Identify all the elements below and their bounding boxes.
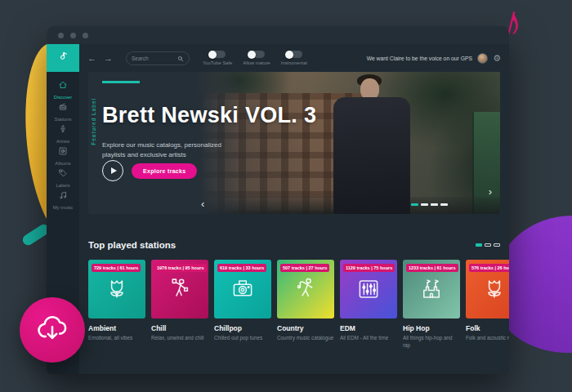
pagination-dash[interactable]	[431, 203, 438, 206]
hero-artist-photo	[196, 72, 500, 214]
cloud-download-icon	[34, 310, 70, 350]
back-button[interactable]: ←	[87, 53, 96, 63]
note-icon	[58, 189, 68, 203]
sidebar-item-label: Albums	[55, 161, 70, 166]
toggle-instrumental[interactable]: Instrumental	[281, 51, 307, 65]
station-card-ambient[interactable]: 729 tracks | 61 hoursAmbientEmotional, a…	[88, 260, 145, 349]
station-card-tile[interactable]: 576 tracks | 26 hours	[466, 260, 509, 318]
station-cards-row: 729 tracks | 61 hoursAmbientEmotional, a…	[88, 260, 509, 349]
toggle-track[interactable]	[209, 51, 226, 58]
station-card-tile[interactable]: 729 tracks | 61 hours	[88, 260, 145, 318]
station-card-title: Chill	[151, 324, 208, 332]
app-logo[interactable]	[47, 44, 79, 72]
pagination-dash[interactable]	[421, 203, 428, 206]
toggle-knob[interactable]	[208, 51, 217, 59]
station-card-chill[interactable]: 1976 tracks | 95 hoursChillRelax, unwind…	[151, 260, 208, 349]
station-card-chillpop[interactable]: 619 tracks | 33 hoursChillpopChilled out…	[214, 260, 271, 349]
station-card-subtitle: Emotional, all vibes	[88, 335, 145, 342]
featured-label-hero: Featured Label Brett Newski VOL. 3 Explo…	[88, 72, 500, 214]
station-card-title: Folk	[466, 324, 509, 332]
window-control-dot[interactable]	[58, 33, 64, 38]
station-card-title: Hip Hop	[403, 324, 460, 332]
toggle-label: YouTube Safe	[203, 60, 232, 65]
dancing-person-icon	[277, 260, 334, 318]
avatar[interactable]	[477, 53, 488, 64]
forward-button[interactable]: →	[104, 53, 113, 63]
carousel-next-button[interactable]: ›	[489, 185, 492, 198]
radio-icon	[58, 100, 68, 115]
toggle-knob[interactable]	[248, 51, 256, 59]
sidebar-item-discover[interactable]: Discover	[47, 78, 79, 100]
hero-eyebrow: Featured Label	[91, 98, 96, 145]
toggle-label: Instrumental	[281, 60, 307, 65]
sidebar-item-label: My music	[53, 205, 73, 210]
app-topbar: ← → Search YouTube SafeAllow matureInstr…	[47, 44, 509, 72]
tag-icon	[58, 167, 68, 181]
hero-accent-line	[102, 81, 140, 83]
sidebar-item-artists[interactable]: Artists	[47, 122, 79, 144]
tulip-icon	[466, 260, 509, 318]
hero-pagination	[411, 203, 448, 206]
camera-icon	[214, 260, 271, 318]
pagination-dash[interactable]	[476, 243, 482, 247]
station-card-edm[interactable]: 1129 tracks | 75 hoursEDMAll EDM - All t…	[340, 260, 397, 349]
station-card-tile[interactable]: 1129 tracks | 75 hours	[340, 260, 397, 318]
station-card-subtitle: Chilled out pop tunes	[214, 335, 271, 342]
app-window: ← → Search YouTube SafeAllow matureInstr…	[47, 26, 509, 374]
castle-icon	[403, 260, 460, 318]
station-card-subtitle: All EDM - All the time	[340, 335, 397, 342]
station-card-tile[interactable]: 619 tracks | 33 hours	[214, 260, 271, 318]
sidebar-item-label: Stations	[55, 117, 72, 122]
tulip-icon	[88, 260, 145, 318]
sidebar-item-label: Labels	[56, 183, 69, 188]
pagination-dash[interactable]	[485, 243, 491, 247]
sidebar-item-labels[interactable]: Labels	[47, 166, 79, 188]
play-icon	[111, 167, 117, 174]
station-card-hip-hop[interactable]: 1233 tracks | 61 hoursHip HopAll things …	[403, 260, 460, 349]
sidebar-item-my-music[interactable]: My music	[47, 188, 79, 210]
toggle-youtube-safe[interactable]: YouTube Safe	[203, 51, 232, 65]
sidebar-item-label: Discover	[54, 95, 73, 100]
hero-title: Brett Newski VOL. 3	[102, 103, 316, 128]
gear-icon[interactable]: ⚙	[493, 54, 501, 63]
window-control-dot[interactable]	[70, 33, 76, 38]
station-card-title: Ambient	[88, 324, 145, 332]
search-input[interactable]: Search	[126, 51, 190, 65]
pagination-dash[interactable]	[411, 203, 418, 206]
station-card-subtitle: All things hip-hop and rap	[403, 335, 460, 349]
window-control-dot[interactable]	[83, 33, 88, 38]
sidebar-item-label: Artists	[56, 139, 69, 144]
stations-pagination	[476, 243, 500, 247]
toggle-knob[interactable]	[285, 51, 293, 59]
stations-heading: Top played stations	[88, 240, 176, 250]
search-icon	[177, 51, 184, 65]
station-card-tile[interactable]: 1976 tracks | 95 hours	[151, 260, 208, 318]
pagination-dash[interactable]	[440, 203, 448, 206]
sidebar-item-albums[interactable]: Albums	[47, 144, 79, 166]
station-card-title: Chillpop	[214, 324, 271, 332]
pagination-dash[interactable]	[494, 243, 500, 247]
toggle-group: YouTube SafeAllow matureInstrumental	[203, 51, 307, 65]
main-content: Featured Label Brett Newski VOL. 3 Explo…	[79, 72, 509, 374]
dancer-icon	[151, 260, 208, 318]
toggle-track[interactable]	[248, 51, 265, 58]
mic-icon	[58, 122, 68, 137]
station-card-title: Country	[277, 324, 334, 332]
screenshot-stage: ♪ ← → Search	[0, 0, 572, 392]
station-card-subtitle: Relax, unwind and chill	[151, 335, 208, 342]
station-card-subtitle: Country music catalogue	[277, 335, 334, 342]
play-button[interactable]	[102, 160, 123, 181]
station-card-tile[interactable]: 507 tracks | 27 hours	[277, 260, 334, 318]
toggle-track[interactable]	[286, 51, 302, 58]
station-card-folk[interactable]: 576 tracks | 26 hoursFolkFolk and acoust…	[466, 260, 509, 349]
gps-voice-announcement: We want Claire to be the voice on our GP…	[367, 56, 472, 61]
download-badge[interactable]	[20, 297, 85, 363]
carousel-prev-button[interactable]: ‹	[201, 198, 204, 210]
toggle-allow-mature[interactable]: Allow mature	[243, 51, 270, 65]
album-icon	[58, 145, 68, 159]
sidebar-item-stations[interactable]: Stations	[47, 100, 79, 122]
explore-tracks-button[interactable]: Explore tracks	[132, 163, 197, 179]
station-card-tile[interactable]: 1233 tracks | 61 hours	[403, 260, 460, 318]
station-card-country[interactable]: 507 tracks | 27 hoursCountryCountry musi…	[277, 260, 334, 349]
station-card-subtitle: Folk and acoustic music	[466, 335, 509, 342]
